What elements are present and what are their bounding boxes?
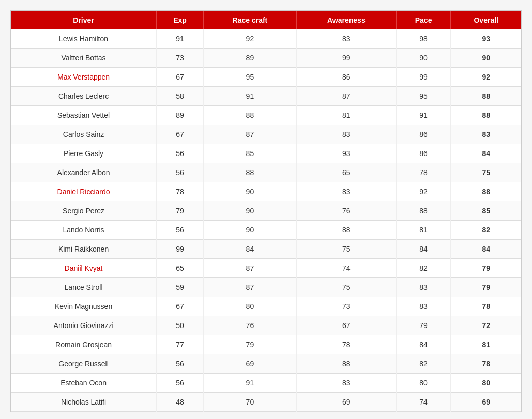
stat-exp: 56 — [157, 163, 204, 182]
table-row: Sebastian Vettel8988819188 — [11, 106, 521, 125]
stat-race_craft: 76 — [203, 316, 296, 335]
stat-race_craft: 90 — [203, 182, 296, 201]
driver-name: Nicholas Latifi — [11, 393, 157, 412]
stat-race_craft: 89 — [203, 49, 296, 68]
driver-name: Pierre Gasly — [11, 144, 157, 163]
stat-race_craft: 92 — [203, 29, 296, 49]
stat-race_craft: 87 — [203, 125, 296, 144]
stat-race_craft: 84 — [203, 240, 296, 259]
table-row: Antonio Giovinazzi5076677972 — [11, 316, 521, 335]
table-row: Alexander Albon5688657875 — [11, 163, 521, 182]
stat-exp: 67 — [157, 297, 204, 316]
table-row: Max Verstappen6795869992 — [11, 68, 521, 87]
driver-name: Esteban Ocon — [11, 374, 157, 393]
stat-exp: 59 — [157, 278, 204, 297]
stat-exp: 48 — [157, 393, 204, 412]
stat-race_craft: 79 — [203, 335, 296, 354]
stat-overall: 72 — [451, 316, 521, 335]
stat-exp: 99 — [157, 240, 204, 259]
stat-exp: 67 — [157, 125, 204, 144]
stat-race_craft: 90 — [203, 221, 296, 240]
driver-name: Daniil Kvyat — [11, 259, 157, 278]
stat-pace: 86 — [396, 144, 451, 163]
table-row: Nicholas Latifi4870697469 — [11, 393, 521, 412]
stat-overall: 82 — [451, 221, 521, 240]
stat-race_craft: 87 — [203, 259, 296, 278]
table-row: Kimi Raikkonen9984758484 — [11, 240, 521, 259]
table-row: Valtteri Bottas7389999090 — [11, 49, 521, 68]
stat-exp: 67 — [157, 68, 204, 87]
driver-name: Kimi Raikkonen — [11, 240, 157, 259]
stat-awareness: 69 — [296, 393, 396, 412]
stat-exp: 73 — [157, 49, 204, 68]
table-row: George Russell5669888278 — [11, 354, 521, 374]
stat-overall: 84 — [451, 144, 521, 163]
stat-overall: 88 — [451, 87, 521, 106]
table-row: Lewis Hamilton9192839893 — [11, 29, 521, 49]
stat-overall: 88 — [451, 106, 521, 125]
stat-exp: 56 — [157, 144, 204, 163]
driver-name: Max Verstappen — [11, 68, 157, 87]
col-header-driver: Driver — [11, 11, 157, 29]
stat-overall: 79 — [451, 278, 521, 297]
stat-awareness: 74 — [296, 259, 396, 278]
driver-ratings-table: DriverExpRace craftAwarenessPaceOverall … — [10, 10, 522, 412]
stat-overall: 81 — [451, 335, 521, 354]
stat-awareness: 67 — [296, 316, 396, 335]
col-header-awareness: Awareness — [296, 11, 396, 29]
stat-race_craft: 91 — [203, 87, 296, 106]
table-row: Romain Grosjean7779788481 — [11, 335, 521, 354]
stat-exp: 79 — [157, 201, 204, 221]
stat-pace: 74 — [396, 393, 451, 412]
stat-overall: 84 — [451, 240, 521, 259]
stat-race_craft: 88 — [203, 163, 296, 182]
driver-name: Sergio Perez — [11, 201, 157, 221]
stat-awareness: 75 — [296, 240, 396, 259]
stat-exp: 78 — [157, 182, 204, 201]
stat-awareness: 76 — [296, 201, 396, 221]
stat-awareness: 65 — [296, 163, 396, 182]
stat-awareness: 83 — [296, 29, 396, 49]
table-header-row: DriverExpRace craftAwarenessPaceOverall — [11, 11, 521, 29]
stat-overall: 93 — [451, 29, 521, 49]
stat-overall: 85 — [451, 201, 521, 221]
table-row: Pierre Gasly5685938684 — [11, 144, 521, 163]
stat-pace: 91 — [396, 106, 451, 125]
stat-pace: 86 — [396, 125, 451, 144]
stat-overall: 78 — [451, 297, 521, 316]
stat-awareness: 83 — [296, 125, 396, 144]
stat-awareness: 87 — [296, 87, 396, 106]
driver-name: Valtteri Bottas — [11, 49, 157, 68]
stat-exp: 89 — [157, 106, 204, 125]
col-header-race-craft: Race craft — [203, 11, 296, 29]
stat-pace: 84 — [396, 240, 451, 259]
col-header-overall: Overall — [451, 11, 521, 29]
stat-race_craft: 85 — [203, 144, 296, 163]
stat-race_craft: 87 — [203, 278, 296, 297]
driver-name: Lewis Hamilton — [11, 29, 157, 49]
stat-race_craft: 70 — [203, 393, 296, 412]
table-row: Carlos Sainz6787838683 — [11, 125, 521, 144]
stat-awareness: 78 — [296, 335, 396, 354]
stat-overall: 83 — [451, 125, 521, 144]
stat-awareness: 81 — [296, 106, 396, 125]
driver-name: Carlos Sainz — [11, 125, 157, 144]
stat-overall: 88 — [451, 182, 521, 201]
stat-pace: 84 — [396, 335, 451, 354]
stat-awareness: 88 — [296, 221, 396, 240]
stat-overall: 79 — [451, 259, 521, 278]
stat-exp: 65 — [157, 259, 204, 278]
stat-race_craft: 91 — [203, 374, 296, 393]
table-row: Kevin Magnussen6780738378 — [11, 297, 521, 316]
stat-pace: 90 — [396, 49, 451, 68]
table-row: Esteban Ocon5691838080 — [11, 374, 521, 393]
stat-pace: 95 — [396, 87, 451, 106]
stat-exp: 56 — [157, 374, 204, 393]
stat-exp: 56 — [157, 354, 204, 374]
table-row: Daniil Kvyat6587748279 — [11, 259, 521, 278]
stat-pace: 92 — [396, 182, 451, 201]
stat-pace: 98 — [396, 29, 451, 49]
stat-overall: 80 — [451, 374, 521, 393]
stat-awareness: 73 — [296, 297, 396, 316]
stat-exp: 77 — [157, 335, 204, 354]
